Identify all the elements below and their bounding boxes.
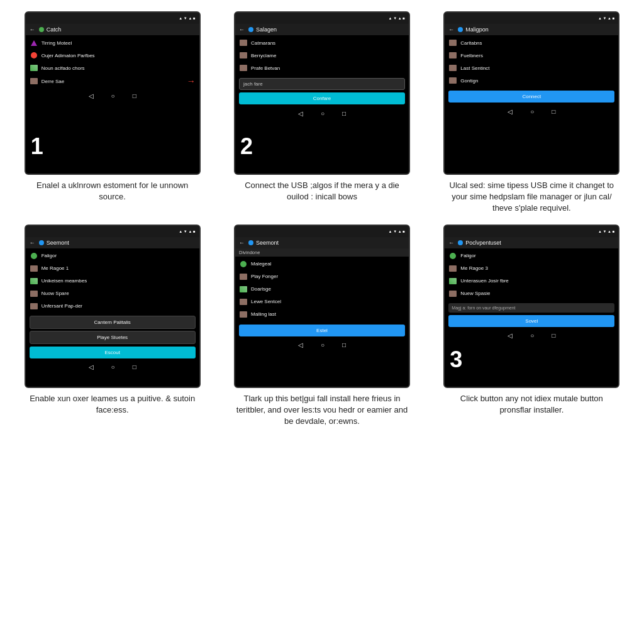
phone-nav-bar: ◁○□ [445, 105, 618, 118]
list-item[interactable]: Unterasuen Josir fbre [445, 275, 618, 287]
list-item[interactable]: Malling last [235, 308, 409, 321]
home-nav-icon[interactable]: ○ [111, 364, 115, 370]
back-nav-icon[interactable]: ◁ [298, 110, 303, 117]
phone-status-bar: ▲ ▼ ▲ ■ [235, 13, 409, 24]
home-nav-icon[interactable]: ○ [530, 108, 534, 115]
list-item[interactable]: Play Fonger [235, 270, 409, 283]
list-item[interactable]: Gontign [445, 74, 618, 87]
back-arrow-icon[interactable]: ← [448, 240, 454, 246]
home-nav-icon[interactable]: ○ [321, 341, 325, 348]
list-item[interactable]: Doarlsge [235, 283, 409, 296]
list-item[interactable]: Oujer Adimaton Parfbes [26, 49, 199, 62]
text-input[interactable]: jach fare [239, 78, 405, 90]
back-nav-icon[interactable]: ◁ [89, 364, 94, 370]
recent-nav-icon[interactable]: □ [133, 92, 136, 99]
status-icons: ▲ ▼ ▲ ■ [598, 230, 614, 233]
list-item[interactable]: Noun aclfado chors [26, 62, 199, 74]
list-item[interactable]: Me Ragoe 1 [26, 262, 199, 275]
back-nav-icon[interactable]: ◁ [89, 92, 94, 99]
list-item[interactable]: Faligor [445, 250, 618, 262]
app-header-title: Poclvpentuset [465, 240, 501, 246]
phone-frame-6: ▲ ▼ ▲ ■←PoclvpentusetFaligorMe Ragoe 3Un… [443, 225, 619, 388]
app-dot-icon [248, 27, 253, 32]
folder-icon [240, 299, 247, 305]
phone-nav-bar: ◁○□ [26, 361, 199, 374]
phone-frame-5: ▲ ▼ ▲ ■←SeemontDivindoneMalegealPlay Fon… [234, 225, 410, 388]
folder-icon [30, 78, 38, 84]
back-arrow-icon[interactable]: ← [239, 26, 245, 33]
list-item[interactable]: Catmarans [235, 36, 409, 49]
status-icons: ▲ ▼ ▲ ■ [389, 16, 405, 20]
image-icon [240, 286, 247, 292]
back-nav-icon[interactable]: ◁ [508, 332, 513, 339]
back-arrow-icon[interactable]: ← [239, 240, 245, 246]
list-item-label: Oujer Adimaton Parfbes [42, 53, 95, 58]
list-item-label: Carltabns [460, 40, 482, 46]
app-header: ←Catch [26, 24, 199, 35]
recent-nav-icon[interactable]: □ [552, 108, 555, 115]
home-nav-icon[interactable]: ○ [321, 110, 325, 117]
menu-list: Tirring MoteelOujer Adimaton ParfbesNoun… [26, 35, 199, 89]
dark-button[interactable]: Cantern Palitalis [30, 316, 196, 329]
list-item-label: Faligor [42, 253, 57, 258]
action-button[interactable]: Confare [239, 92, 405, 104]
list-item[interactable]: Prafe Betvan [235, 62, 409, 74]
status-icons: ▲ ▼ ▲ ■ [598, 16, 614, 20]
back-arrow-icon[interactable]: ← [448, 26, 454, 33]
image-icon [30, 278, 38, 284]
list-item-label: Lewe Sentcel [251, 299, 281, 304]
home-nav-icon[interactable]: ○ [111, 92, 115, 99]
instruction-cell-1: ▲ ▼ ▲ ■←CatchTirring MoteelOujer Adimato… [11, 11, 213, 214]
list-item-label: Fuelbners [460, 53, 483, 58]
list-item[interactable]: Nuew Spasie [445, 287, 618, 300]
list-item[interactable]: Fuelbners [445, 49, 618, 62]
action-button[interactable]: Escout [30, 347, 196, 358]
list-item[interactable]: Unfersant Pap-der [26, 300, 199, 313]
list-item[interactable]: Lewe Sentcel [235, 296, 409, 308]
list-item[interactable]: Malegeal [235, 258, 409, 270]
app-header: ←Maligpon [445, 24, 618, 35]
action-button[interactable]: Estel [239, 325, 405, 336]
step-number: 2 [240, 133, 253, 160]
recent-nav-icon[interactable]: □ [342, 341, 346, 348]
back-nav-icon[interactable]: ◁ [508, 108, 513, 115]
recent-nav-icon[interactable]: □ [552, 332, 555, 339]
list-item[interactable]: Tirring Moteel [26, 36, 199, 49]
action-button[interactable]: Connect [448, 91, 614, 103]
list-item[interactable]: Carltabns [445, 36, 618, 49]
cell-caption: Tlark up this bet|gui fall install here … [234, 393, 410, 428]
green-circle-icon [450, 253, 456, 259]
list-item[interactable]: Faligor [26, 250, 199, 262]
dark-button[interactable]: Playe Sluetes [30, 331, 196, 344]
list-item[interactable]: Derre Sae→ [26, 74, 199, 88]
back-nav-icon[interactable]: ◁ [298, 341, 303, 348]
phone-nav-bar: ◁○□ [235, 107, 409, 119]
list-item-label: Last Sentinct [460, 65, 489, 71]
phone-frame-1: ▲ ▼ ▲ ■←CatchTirring MoteelOujer Adimato… [25, 11, 201, 175]
app-dot-icon [458, 27, 463, 32]
recent-nav-icon[interactable]: □ [342, 110, 346, 117]
step-number: 3 [450, 347, 462, 373]
app-header-title: Seemont [256, 240, 279, 246]
menu-list: CarltabnsFuelbnersLast SentinctGontign [445, 35, 618, 88]
green-circle-icon [240, 261, 247, 267]
back-arrow-icon[interactable]: ← [30, 26, 35, 33]
action-button[interactable]: Sovel [448, 315, 614, 327]
list-item-label: Gontign [460, 78, 478, 84]
list-item[interactable]: Berryclame [235, 49, 409, 62]
recent-nav-icon[interactable]: □ [133, 364, 136, 370]
folder-icon [240, 52, 247, 58]
list-item[interactable]: Unikeisen meambes [26, 275, 199, 287]
list-item[interactable]: Last Sentinct [445, 62, 618, 74]
back-arrow-icon[interactable]: ← [30, 240, 35, 246]
home-nav-icon[interactable]: ○ [530, 332, 534, 339]
folder-icon [449, 40, 457, 46]
list-item[interactable]: Me Ragoe 3 [445, 262, 618, 275]
phone-status-bar: ▲ ▼ ▲ ■ [445, 13, 618, 24]
menu-list: FaligorMe Ragoe 1Unikeisen meambesNuow S… [26, 248, 199, 314]
app-dot-icon [248, 240, 253, 245]
arrow-icon: → [187, 76, 196, 86]
folder-icon [240, 65, 247, 71]
list-item-label: Tirring Moteel [42, 40, 72, 46]
list-item[interactable]: Nuow Spare [26, 287, 199, 300]
